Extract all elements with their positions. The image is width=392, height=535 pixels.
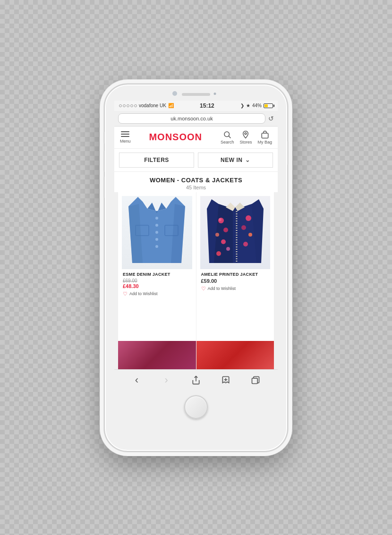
svg-point-8: [155, 245, 158, 248]
brand-logo[interactable]: MONSOON: [149, 132, 202, 143]
svg-point-6: [155, 231, 158, 234]
category-header: WOMEN - COATS & JACKETS 45 Items: [114, 172, 278, 192]
home-button[interactable]: [184, 395, 208, 419]
wishlist-button-2[interactable]: ♡ Add to Wishlist: [201, 286, 270, 292]
svg-point-19: [241, 225, 246, 230]
partial-image-2: [196, 341, 274, 369]
product-card-1[interactable]: ESME DENIM JACKET £69.00 £48.30 ♡ Add to…: [118, 192, 196, 341]
carrier-name: vodafone UK: [139, 103, 166, 108]
sort-button[interactable]: NEW IN ⌄: [198, 153, 273, 168]
search-icon: [223, 130, 231, 139]
wishlist-label-2: Add to Wishlist: [208, 286, 236, 291]
signal-dot-4: [130, 104, 133, 107]
bag-button[interactable]: My Bag: [257, 130, 272, 144]
product-price-sale-1: £48.30: [123, 283, 191, 289]
svg-point-5: [155, 224, 158, 227]
heart-icon-2: ♡: [201, 286, 206, 292]
url-bar[interactable]: uk.monsoon.co.uk: [118, 113, 265, 124]
sort-label: NEW IN: [221, 157, 242, 163]
search-label: Search: [221, 140, 234, 144]
header-icons: Search Stores My Bag: [221, 130, 272, 144]
share-icon: [191, 375, 201, 385]
heart-icon-1: ♡: [123, 291, 128, 297]
clock: 15:12: [200, 102, 214, 109]
bag-label: My Bag: [257, 140, 272, 144]
svg-point-12: [219, 218, 222, 221]
back-button[interactable]: ‹: [128, 374, 145, 387]
partial-product-row: [114, 341, 278, 369]
category-title: WOMEN - COATS & JACKETS: [118, 177, 274, 184]
svg-point-0: [224, 132, 230, 137]
product-name-1: ESME DENIM JACKET: [123, 272, 191, 277]
partial-product-1[interactable]: [118, 341, 196, 369]
product-info-2: AMELIE PRINTED JACKET £59.00 ♡ Add to Wi…: [200, 269, 271, 293]
svg-rect-25: [252, 378, 257, 383]
bookmark-button[interactable]: [217, 374, 234, 387]
svg-point-20: [248, 233, 252, 237]
bag-icon: [261, 130, 269, 139]
filters-button[interactable]: FILTERS: [119, 153, 194, 168]
svg-point-16: [226, 247, 230, 251]
filters-bar: FILTERS NEW IN ⌄: [114, 149, 278, 172]
signal-dot-2: [123, 104, 126, 107]
wishlist-button-1[interactable]: ♡ Add to Wishlist: [123, 291, 191, 297]
denim-jacket-svg: [128, 197, 185, 268]
volume-up-button: [103, 151, 105, 172]
signal-dots: [119, 104, 137, 107]
phone-frame: vodafone UK 📶 15:12 ❯ ★ 44% uk.monsoon.c…: [104, 84, 288, 452]
share-button[interactable]: [187, 374, 205, 387]
status-left: vodafone UK 📶: [119, 103, 174, 108]
svg-point-4: [155, 217, 158, 220]
bookmarks-icon: [221, 375, 230, 385]
battery-fill: [264, 104, 268, 107]
svg-point-14: [215, 233, 219, 237]
partial-product-2[interactable]: [196, 341, 274, 369]
status-right: ❯ ★ 44%: [240, 103, 273, 108]
wishlist-label-1: Add to Wishlist: [129, 291, 158, 296]
product-price-normal-2: £59.00: [201, 278, 270, 284]
svg-line-1: [229, 136, 231, 138]
product-card-2[interactable]: AMELIE PRINTED JACKET £59.00 ♡ Add to Wi…: [196, 192, 274, 341]
floral-jacket-svg: [207, 197, 264, 268]
partial-image-1: [118, 341, 196, 369]
product-image-denim: [122, 196, 192, 269]
menu-label: Menu: [120, 139, 131, 144]
svg-point-17: [216, 251, 221, 256]
search-button[interactable]: Search: [221, 130, 234, 144]
bluetooth-icon: ★: [246, 103, 250, 108]
mute-button: [103, 132, 105, 144]
location-icon: [241, 130, 250, 139]
wifi-icon: 📶: [168, 103, 174, 108]
browser-bottom-nav: ‹ ›: [114, 369, 278, 391]
menu-line-1: [121, 131, 129, 132]
menu-button[interactable]: Menu: [120, 131, 131, 144]
refresh-button[interactable]: ↺: [268, 115, 274, 122]
svg-point-7: [155, 238, 158, 241]
status-bar: vodafone UK 📶 15:12 ❯ ★ 44%: [114, 101, 278, 111]
forward-button[interactable]: ›: [158, 374, 175, 387]
navigation-icon: ❯: [240, 103, 244, 108]
battery-icon: [264, 103, 273, 108]
svg-point-13: [223, 228, 228, 232]
svg-point-15: [221, 239, 226, 244]
stores-label: Stores: [239, 140, 252, 144]
tabs-icon: [251, 375, 260, 385]
svg-point-2: [245, 132, 247, 134]
signal-dot-3: [127, 104, 129, 107]
front-camera: [172, 91, 177, 96]
chevron-down-icon: ⌄: [245, 157, 250, 163]
battery-percent: 44%: [252, 103, 262, 108]
category-count: 45 Items: [118, 185, 274, 190]
menu-line-2: [121, 134, 129, 135]
stores-button[interactable]: Stores: [239, 130, 252, 144]
forward-icon: ›: [165, 374, 168, 386]
product-name-2: AMELIE PRINTED JACKET: [201, 272, 270, 277]
volume-down-button: [103, 177, 105, 198]
speaker: [182, 93, 210, 96]
menu-line-3: [121, 136, 129, 137]
tabs-button[interactable]: [247, 374, 264, 387]
signal-dot-5: [134, 104, 137, 107]
svg-point-21: [243, 242, 248, 246]
power-button: [287, 141, 289, 165]
phone-screen: vodafone UK 📶 15:12 ❯ ★ 44% uk.monsoon.c…: [114, 101, 278, 391]
